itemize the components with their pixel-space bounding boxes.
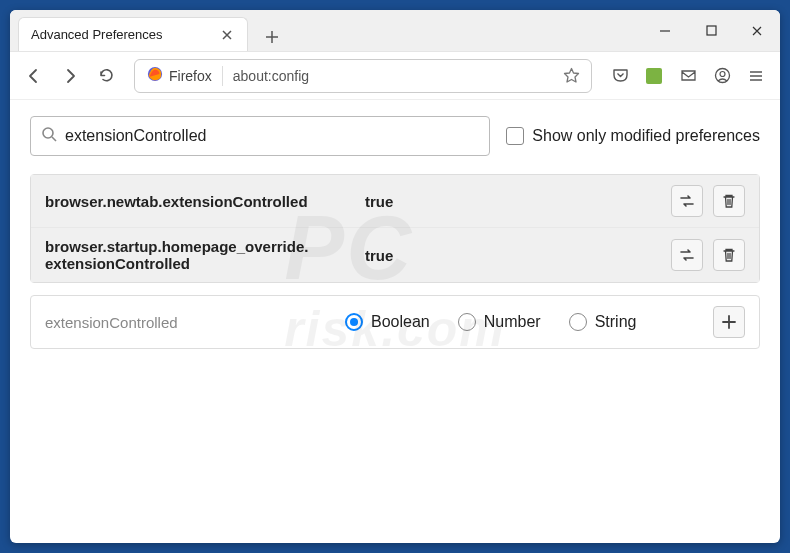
pocket-icon[interactable] — [604, 60, 636, 92]
titlebar: Advanced Preferences — [10, 10, 780, 52]
pref-row[interactable]: browser.newtab.extensionControlled true — [31, 175, 759, 228]
bookmark-star-icon[interactable] — [557, 62, 585, 90]
pref-actions — [671, 239, 745, 271]
new-pref-name: extensionControlled — [45, 314, 345, 331]
checkbox-icon — [506, 127, 524, 145]
reload-button[interactable] — [90, 60, 122, 92]
svg-point-2 — [715, 69, 729, 83]
pref-name: browser.startup.homepage_override.extens… — [45, 238, 365, 272]
new-pref-list: extensionControlled Boolean Number Strin… — [30, 295, 760, 349]
close-window-button[interactable] — [734, 10, 780, 52]
maximize-button[interactable] — [688, 10, 734, 52]
type-options: Boolean Number String — [345, 313, 713, 331]
svg-point-4 — [43, 128, 53, 138]
browser-window: Advanced Preferences Firefox about — [10, 10, 780, 543]
delete-button[interactable] — [713, 185, 745, 217]
back-button[interactable] — [18, 60, 50, 92]
pref-name: browser.newtab.extensionControlled — [45, 193, 365, 210]
search-icon — [41, 126, 57, 146]
radio-icon — [345, 313, 363, 331]
url-bar[interactable]: Firefox about:config — [134, 59, 592, 93]
minimize-button[interactable] — [642, 10, 688, 52]
radio-string[interactable]: String — [569, 313, 637, 331]
pref-row[interactable]: browser.startup.homepage_override.extens… — [31, 228, 759, 282]
window-controls — [642, 10, 780, 52]
radio-label: Number — [484, 313, 541, 331]
radio-boolean[interactable]: Boolean — [345, 313, 430, 331]
toggle-button[interactable] — [671, 185, 703, 217]
svg-rect-0 — [707, 26, 716, 35]
pref-actions — [671, 185, 745, 217]
search-input[interactable] — [65, 127, 479, 145]
radio-icon — [569, 313, 587, 331]
identity-label: Firefox — [169, 68, 212, 84]
identity-box[interactable]: Firefox — [141, 66, 218, 86]
firefox-icon — [147, 66, 163, 86]
toolbar-right — [604, 60, 772, 92]
add-button[interactable] — [713, 306, 745, 338]
pref-actions — [713, 306, 745, 338]
close-tab-icon[interactable] — [219, 27, 235, 43]
pref-value: true — [365, 193, 671, 210]
checkbox-label: Show only modified preferences — [532, 127, 760, 145]
radio-number[interactable]: Number — [458, 313, 541, 331]
extension-icon[interactable] — [638, 60, 670, 92]
tab-strip: Advanced Preferences — [10, 10, 286, 51]
forward-button[interactable] — [54, 60, 86, 92]
about-config-content: Show only modified preferences browser.n… — [10, 100, 780, 543]
svg-point-3 — [720, 72, 725, 77]
toggle-button[interactable] — [671, 239, 703, 271]
account-icon[interactable] — [706, 60, 738, 92]
radio-icon — [458, 313, 476, 331]
menu-icon[interactable] — [740, 60, 772, 92]
inbox-icon[interactable] — [672, 60, 704, 92]
nav-toolbar: Firefox about:config — [10, 52, 780, 100]
pref-list: browser.newtab.extensionControlled true … — [30, 174, 760, 283]
radio-label: String — [595, 313, 637, 331]
search-row: Show only modified preferences — [30, 116, 760, 156]
radio-label: Boolean — [371, 313, 430, 331]
url-text[interactable]: about:config — [227, 68, 557, 84]
pref-value: true — [365, 247, 671, 264]
active-tab[interactable]: Advanced Preferences — [18, 17, 248, 51]
new-tab-button[interactable] — [258, 23, 286, 51]
search-box[interactable] — [30, 116, 490, 156]
url-separator — [222, 66, 223, 86]
new-pref-row: extensionControlled Boolean Number Strin… — [31, 296, 759, 348]
tab-title: Advanced Preferences — [31, 27, 219, 42]
show-modified-checkbox[interactable]: Show only modified preferences — [506, 127, 760, 145]
delete-button[interactable] — [713, 239, 745, 271]
